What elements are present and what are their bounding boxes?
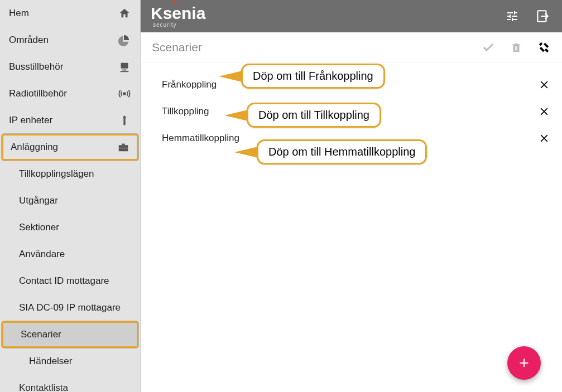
sidebar-sub-label: Användare xyxy=(19,249,65,260)
sidebar-group-label: Anläggning xyxy=(11,142,58,153)
sidebar-sub-kontaktlista[interactable]: Kontaktlista xyxy=(0,375,140,392)
svg-rect-9 xyxy=(119,148,128,148)
sidebar-sub-label: Händelser xyxy=(29,356,73,367)
svg-rect-11 xyxy=(515,46,516,50)
sidebar-sub-anvandare[interactable]: Användare xyxy=(0,241,140,268)
sidebar-group-anlaggning[interactable]: Anläggning xyxy=(3,135,137,159)
sidebar-item-radio[interactable]: Radiotillbehör xyxy=(0,80,140,107)
sidebar-label: Radiotillbehör xyxy=(9,88,67,99)
sidebar-sub-tillkopplingslagen[interactable]: Tillkopplingslägen xyxy=(0,161,140,187)
sidebar-sub-siadc09[interactable]: SIA DC-09 IP mottagare xyxy=(0,294,140,321)
main: Ksenia security Scenarier xyxy=(141,0,562,392)
logo-subtext: security xyxy=(153,22,205,28)
sidebar-label: Busstillbehör xyxy=(9,61,63,72)
delete-row-icon[interactable] xyxy=(537,132,551,145)
sidebar-sub-label: Scenarier xyxy=(21,329,61,340)
svg-rect-5 xyxy=(123,117,126,119)
sidebar-group-highlight: Anläggning xyxy=(2,134,138,161)
sidebar: Hem Områden Busstillbehör Radiotillbehör xyxy=(0,0,141,392)
add-button[interactable]: + xyxy=(507,346,541,380)
sidebar-sub-scenarier[interactable]: Scenarier xyxy=(3,323,137,346)
sidebar-item-areas[interactable]: Områden xyxy=(0,27,140,54)
sidebar-sub-sektioner[interactable]: Sektioner xyxy=(0,214,140,241)
trash-icon[interactable] xyxy=(510,41,523,54)
topbar: Ksenia security xyxy=(141,0,562,32)
svg-rect-7 xyxy=(119,145,128,151)
sidebar-item-ip[interactable]: IP enheter xyxy=(0,107,140,134)
sidebar-item-home[interactable]: Hem xyxy=(0,0,140,27)
logo: Ksenia security xyxy=(151,5,205,28)
sidebar-label: IP enheter xyxy=(9,115,52,126)
svg-rect-0 xyxy=(121,63,128,69)
scenario-label: Tillkoppling xyxy=(162,106,209,117)
sidebar-sub-utgangar[interactable]: Utgångar xyxy=(0,187,140,214)
svg-rect-2 xyxy=(121,71,129,72)
home-icon xyxy=(118,7,131,20)
sidebar-label: Områden xyxy=(9,35,49,46)
tune-icon[interactable] xyxy=(505,9,520,23)
sidebar-sub-label: Utgångar xyxy=(19,195,58,206)
pie-icon xyxy=(118,33,131,47)
scenario-label: Frånkoppling xyxy=(162,79,217,90)
signal-icon xyxy=(118,87,131,100)
delete-row-icon[interactable] xyxy=(537,78,551,91)
svg-rect-6 xyxy=(123,119,125,125)
svg-point-3 xyxy=(123,93,126,95)
scenario-row[interactable]: Hemmatillkoppling xyxy=(152,125,553,152)
scenario-row[interactable]: Frånkoppling xyxy=(152,71,553,98)
briefcase-icon xyxy=(117,141,129,153)
svg-rect-4 xyxy=(123,116,125,118)
dock-icon xyxy=(118,60,131,74)
sidebar-sub-label: Kontaktlista xyxy=(19,383,68,392)
sidebar-sub-label: Tillkopplingslägen xyxy=(19,168,94,180)
exit-icon[interactable] xyxy=(535,9,550,23)
plus-icon: + xyxy=(519,354,529,372)
logo-text: Ksenia xyxy=(151,5,205,22)
subheader-actions xyxy=(482,41,551,54)
tools-icon[interactable] xyxy=(537,41,551,54)
scenario-label: Hemmatillkoppling xyxy=(162,133,239,144)
sidebar-sub-contactid[interactable]: Contact ID mottagare xyxy=(0,268,140,294)
sidebar-sub-label: Contact ID mottagare xyxy=(19,275,109,287)
sidebar-label: Hem xyxy=(9,8,29,19)
svg-rect-1 xyxy=(122,70,126,71)
page-title: Scenarier xyxy=(152,41,202,54)
sidebar-sub-label: SIA DC-09 IP mottagare xyxy=(19,302,121,313)
svg-rect-8 xyxy=(122,144,125,146)
subheader: Scenarier xyxy=(141,32,562,62)
check-icon[interactable] xyxy=(482,41,495,54)
scenario-row[interactable]: Tillkoppling xyxy=(152,98,553,125)
sidebar-sub-highlight: Scenarier xyxy=(2,321,138,348)
sidebar-sub-handelser[interactable]: Händelser xyxy=(0,348,140,375)
content: Frånkoppling Tillkoppling Hemmatillkoppl… xyxy=(141,62,562,392)
sidebar-item-bus[interactable]: Busstillbehör xyxy=(0,54,140,80)
topbar-actions xyxy=(505,9,550,23)
flashlight-icon xyxy=(118,114,131,127)
svg-rect-12 xyxy=(516,46,517,50)
sidebar-sub-label: Sektioner xyxy=(19,222,59,233)
delete-row-icon[interactable] xyxy=(537,105,551,118)
